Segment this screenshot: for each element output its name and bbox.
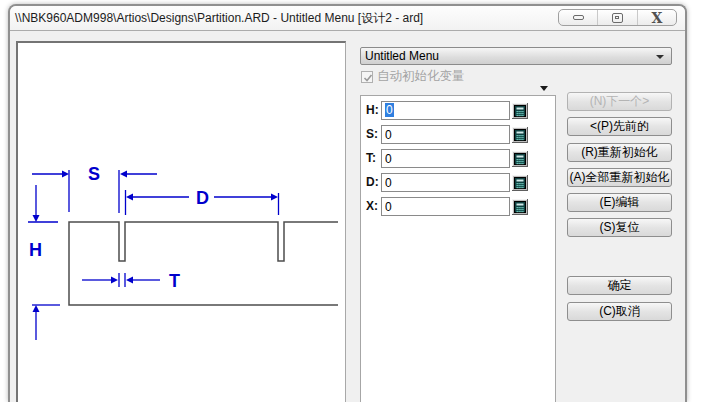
- auto-init-label: 自动初始化变量: [377, 68, 465, 85]
- close-icon: X: [651, 11, 662, 25]
- cancel-button[interactable]: (C)取消: [567, 302, 672, 321]
- var-input-t[interactable]: [381, 149, 510, 168]
- reset-button[interactable]: (S)复位: [567, 218, 672, 237]
- restore-icon: [612, 13, 623, 23]
- edit-button[interactable]: (E)编辑: [567, 193, 672, 212]
- checkmark-icon: [363, 73, 373, 83]
- calculator-button-x[interactable]: [512, 199, 528, 215]
- dimension-drawing: S D H T: [18, 43, 345, 402]
- calculator-icon: [512, 103, 528, 119]
- calculator-button-t[interactable]: [512, 151, 528, 167]
- dim-label-d: D: [196, 188, 209, 208]
- auto-init-checkbox[interactable]: [361, 71, 373, 83]
- caption-controls: X: [558, 9, 677, 26]
- chevron-down-icon: [656, 55, 664, 59]
- var-input-d[interactable]: [381, 173, 510, 192]
- partition-outline: [69, 222, 338, 305]
- calculator-button-s[interactable]: [512, 127, 528, 143]
- var-label-t: T:: [366, 149, 382, 168]
- calculator-icon: [512, 127, 528, 143]
- selected-text: 0: [385, 103, 394, 117]
- dim-label-h: H: [29, 240, 42, 260]
- menu-dropdown-value: Untitled Menu: [365, 49, 439, 63]
- window-title: \\NBK960ADM998\Artios\Designs\Partition.…: [15, 6, 423, 31]
- screen: \\NBK960ADM998\Artios\Designs\Partition.…: [0, 0, 720, 402]
- dim-label-t: T: [169, 271, 180, 291]
- titlebar[interactable]: \\NBK960ADM998\Artios\Designs\Partition.…: [10, 6, 685, 31]
- dimension-lines: [28, 170, 279, 340]
- next-button[interactable]: (N)下一个>: [567, 92, 672, 111]
- preview-canvas: S D H T: [16, 41, 346, 402]
- var-input-x[interactable]: [381, 197, 510, 216]
- auto-init-row: 自动初始化变量: [361, 70, 465, 83]
- var-label-s: S:: [366, 125, 382, 144]
- close-button[interactable]: X: [637, 10, 676, 25]
- dim-label-s: S: [88, 164, 100, 184]
- minimize-icon: [573, 15, 584, 20]
- restore-button[interactable]: [597, 10, 636, 25]
- var-label-d: D:: [366, 173, 382, 192]
- calculator-button-h[interactable]: [512, 103, 528, 119]
- ok-button[interactable]: 确定: [567, 276, 672, 295]
- minimize-button[interactable]: [559, 10, 597, 25]
- calculator-icon: [512, 175, 528, 191]
- expand-arrow-icon[interactable]: [540, 86, 548, 91]
- dialog-window: \\NBK960ADM998\Artios\Designs\Partition.…: [8, 4, 687, 402]
- var-label-x: X:: [366, 197, 382, 216]
- calculator-icon: [512, 151, 528, 167]
- menu-dropdown[interactable]: Untitled Menu: [360, 47, 672, 65]
- calculator-icon: [512, 199, 528, 215]
- var-label-h: H:: [366, 101, 382, 120]
- reinit-all-button[interactable]: (A)全部重新初始化: [567, 168, 672, 187]
- calculator-button-d[interactable]: [512, 175, 528, 191]
- reinit-button[interactable]: (R)重新初始化: [567, 143, 672, 162]
- var-input-h[interactable]: 0: [381, 101, 510, 120]
- var-input-s[interactable]: [381, 125, 510, 144]
- previous-button[interactable]: <(P)先前的: [567, 117, 672, 136]
